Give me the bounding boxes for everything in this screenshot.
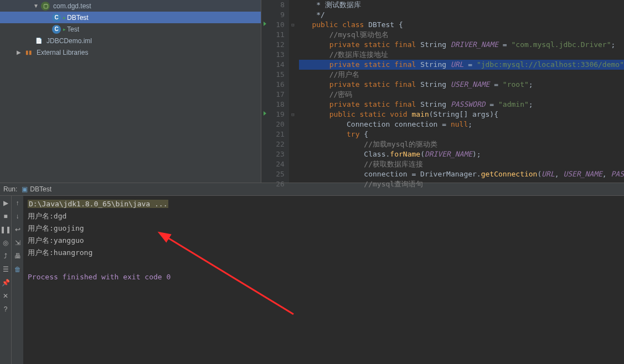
code-area[interactable]: * 测试数据库 */ public class DBTest { //mysql…	[297, 0, 624, 183]
close-icon[interactable]: ✕	[3, 292, 8, 300]
class-icon: C	[52, 13, 61, 22]
help-icon[interactable]: ?	[4, 305, 8, 313]
up-icon[interactable]: ↑	[16, 199, 19, 207]
run-tool-buttons-left: ▶ ■ ❚❚ ◎ ⤴ ☰ 📌 ✕ ?	[0, 196, 11, 364]
file-icon: 📄	[34, 37, 43, 45]
tree-file-iml[interactable]: 📄 JDBCDemo.iml	[0, 35, 261, 46]
package-icon: ▢	[41, 2, 50, 11]
run-tab[interactable]: ▣ DBTest	[17, 184, 56, 194]
run-label: Run:	[3, 185, 17, 193]
tree-class-dbtest[interactable]: C ▸ DBTest	[0, 12, 261, 23]
tree-class-test[interactable]: C ▸ Test	[0, 23, 261, 35]
line-gutter: 891011121314151617181920212223242526	[261, 0, 289, 183]
tree-label: JDBCDemo.iml	[47, 37, 92, 45]
dump-icon[interactable]: ◎	[3, 239, 8, 247]
soft-wrap-icon[interactable]: ↩	[15, 226, 20, 233]
chevron-down-icon: ▼	[33, 3, 39, 9]
restore-icon[interactable]: ⤴	[4, 252, 7, 260]
pin-icon[interactable]: 📌	[2, 279, 10, 287]
tree-external-libraries[interactable]: ▶ ▮▮ External Libraries	[0, 46, 261, 58]
tree-label: com.dgd.test	[53, 2, 91, 10]
run-tool-buttons-right: ↑ ↓ ↩ ⇲ 🖶 🗑	[11, 196, 23, 364]
print-icon[interactable]: 🖶	[14, 252, 21, 260]
down-icon[interactable]: ↓	[16, 212, 19, 220]
fold-gutter[interactable]: ⊟⊟	[289, 0, 297, 183]
stop-icon[interactable]: ■	[3, 212, 7, 220]
runnable-icon: ▸	[63, 27, 66, 32]
tree-package[interactable]: ▼ ▢ com.dgd.test	[0, 0, 261, 12]
tree-label: External Libraries	[37, 49, 88, 56]
settings-icon[interactable]: ☰	[3, 266, 9, 273]
runnable-icon: ▸	[63, 15, 66, 20]
tree-label: Test	[67, 25, 79, 33]
project-tree[interactable]: ▼ ▢ com.dgd.test C ▸ DBTest C ▸ Test 📄 J…	[0, 0, 261, 183]
pause-icon[interactable]: ❚❚	[0, 226, 11, 233]
rerun-icon[interactable]: ▶	[3, 199, 8, 207]
run-tab-label: DBTest	[30, 185, 51, 193]
library-icon: ▮▮	[24, 48, 33, 57]
code-editor[interactable]: 891011121314151617181920212223242526 ⊟⊟ …	[261, 0, 624, 183]
run-config-icon: ▣	[22, 185, 28, 193]
class-icon: C	[52, 25, 61, 34]
chevron-right-icon: ▶	[17, 49, 22, 55]
tree-label: DBTest	[67, 14, 89, 22]
console-output[interactable]: D:\Java\jdk1.8.0_65\bin\java ...用户名:dgd用…	[23, 196, 624, 364]
clear-icon[interactable]: 🗑	[14, 266, 21, 273]
scroll-end-icon[interactable]: ⇲	[15, 239, 20, 247]
